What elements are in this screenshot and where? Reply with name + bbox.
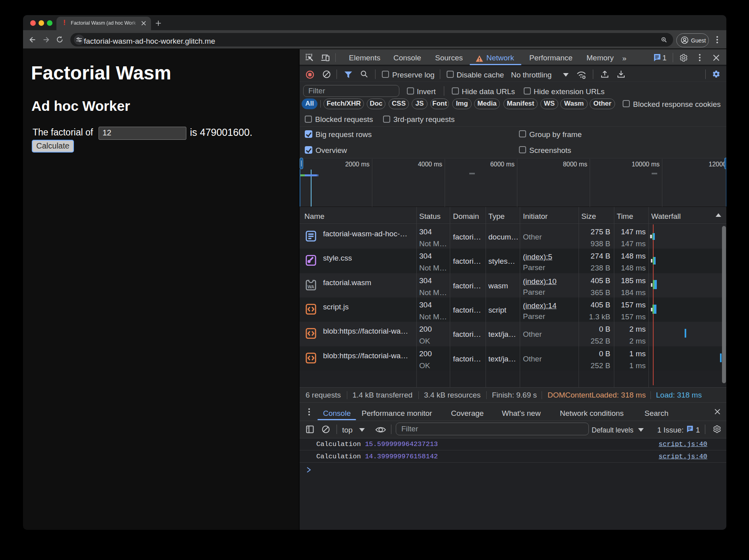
svg-text:WA: WA [308, 284, 314, 289]
